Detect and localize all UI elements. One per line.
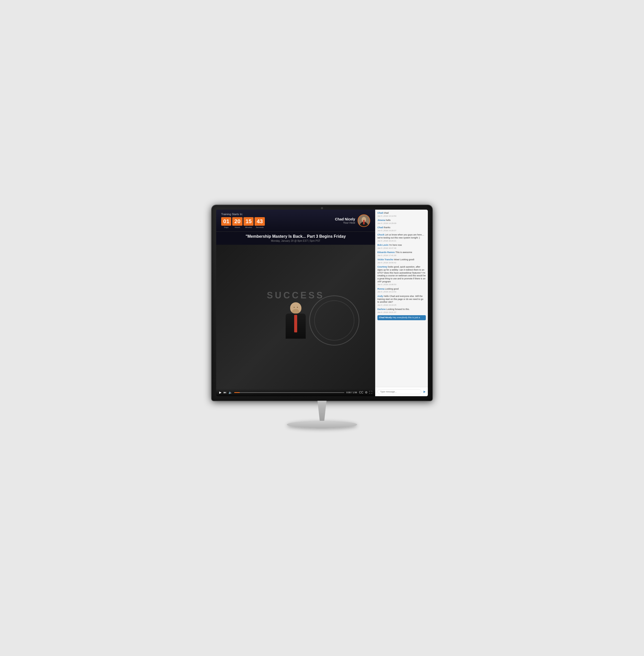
chat-message: Eduardo Ramos This is awesomeJan 9 ,2018… [377, 251, 426, 257]
chat-message: Chad Nicely Hey everybody this is just a [377, 315, 426, 320]
chat-timestamp: Jan 9 ,2018 19:06:53 [377, 283, 426, 286]
chat-username: Courtney [377, 265, 388, 268]
chat-message: Bob Levin I'm here nowJan 9 ,2018 16:47:… [377, 244, 426, 250]
chat-timestamp: Jan 9 ,2018 19:13:42 [377, 291, 426, 293]
chat-messages: Chad chadJan 9 ,2018 14:14:53Jimena hell… [375, 210, 428, 387]
training-starts-label: Training Starts In: [221, 213, 265, 216]
camera-dot [321, 207, 323, 209]
chat-timestamp: Jan 9 ,2018 17:41:30 [377, 254, 426, 257]
header-area: Training Starts In: 01 Days 20 Hours [216, 210, 375, 232]
chat-sidebar: Chad chadJan 9 ,2018 14:14:53Jimena hell… [375, 210, 428, 396]
host-name: Chad Nicely [335, 217, 355, 221]
chat-message: Jimena helloJan 9 ,2018 14:29:09 [377, 219, 426, 225]
seconds-label: Seconds [256, 226, 263, 229]
monitor-base [287, 421, 357, 428]
chat-timestamp: Jan 9 ,2018 19:19:25 [377, 304, 426, 306]
chat-username: Chad [377, 226, 384, 229]
chat-timestamp: Jan 9 ,2018 14:14:53 [377, 215, 426, 217]
chat-message: Andy Hello Chad and everyone else. Will … [377, 295, 426, 306]
chat-message-text: Hey everybody this is just a [392, 316, 420, 319]
chat-message-text: Looking forward to this. [387, 308, 410, 310]
volume-button[interactable]: 🔈 [228, 391, 232, 394]
chat-message-text: looks good, quick question, after signs … [377, 265, 426, 283]
cc-button[interactable]: CC [359, 391, 363, 394]
chat-message: Darlene Looking forward to this.Jan 9 ,2… [377, 308, 426, 314]
chat-message-text: chad [384, 212, 389, 214]
chat-timestamp: Jan 9 ,2018 14:29:27 [377, 230, 426, 232]
video-area[interactable]: SUCCESS [216, 245, 375, 396]
webinar-date: Monday, January 29 @ 8pm EST | 5pm PST [221, 239, 370, 242]
webinar-title: "Membership Mastery Is Back... Part 3 Be… [221, 234, 370, 239]
chat-username: Bob Levin [377, 244, 389, 246]
chat-timestamp: Jan 9 ,2018 19:21:37 [377, 311, 426, 314]
chat-message-text: Hello Chad and everyone else. Will the t… [377, 295, 423, 303]
svg-point-5 [294, 307, 295, 308]
clock-background [309, 296, 359, 346]
svg-rect-3 [363, 220, 365, 225]
title-section: "Membership Mastery Is Back... Part 3 Be… [216, 232, 375, 245]
host-area: Chad Nicely Your Host [335, 214, 370, 227]
play-button[interactable]: ▶ [219, 391, 222, 394]
chat-timestamp: Jan 9 ,2018 16:24:21 [377, 240, 426, 242]
chat-input[interactable] [377, 389, 421, 394]
time-display: 0:00 / 1:56 [346, 391, 357, 394]
chat-message-text: I'm here now [389, 244, 402, 246]
chat-message: Chuck Let us know when you guys are here… [377, 233, 426, 242]
chat-message: Vickie Trancho Wow! Looking good!Jan 9 ,… [377, 258, 426, 264]
chat-message-text: Wow! Looking good! [394, 258, 414, 261]
video-controls[interactable]: ▶ ⏭ 🔈 0:00 / 1:56 CC ⚙ ⛶ [216, 389, 375, 396]
chat-send-button[interactable]: ➤ [423, 390, 426, 394]
video-text-overlay: SUCCESS [267, 290, 324, 301]
chat-username: Jimena [377, 219, 386, 221]
monitor-neck [315, 401, 329, 421]
hours-number: 20 [232, 217, 242, 226]
seconds-number: 43 [255, 217, 264, 226]
person-head [290, 302, 301, 314]
countdown-seconds: 43 Seconds [255, 217, 264, 229]
countdown-hours: 20 Hours [232, 217, 242, 229]
video-thumbnail: SUCCESS [216, 245, 375, 396]
clock-inner [314, 300, 354, 341]
chat-username: Chad [377, 212, 384, 214]
chat-message: Courtney looks good, quick question, aft… [377, 265, 426, 286]
svg-point-6 [297, 307, 298, 308]
monitor-wrapper: Training Starts In: 01 Days 20 Hours [209, 205, 435, 451]
chat-message-text: Looking good [385, 288, 399, 290]
monitor-body: Training Starts In: 01 Days 20 Hours [212, 205, 432, 401]
settings-icon[interactable]: ⚙ [365, 391, 368, 394]
skip-button[interactable]: ⏭ [224, 391, 227, 394]
chat-username: Vickie Trancho [377, 258, 394, 261]
chat-username: Chuck [377, 233, 385, 236]
host-title: Your Host [335, 221, 355, 224]
countdown-days: 01 Days [221, 217, 231, 229]
chat-timestamp: Jan 9 ,2018 14:29:09 [377, 222, 426, 225]
fullscreen-icon[interactable]: ⛶ [369, 391, 372, 394]
person-tie [294, 315, 297, 332]
chat-message-text: This is awesome [395, 251, 412, 254]
host-text: Chad Nicely Your Host [335, 217, 355, 224]
person-figure [285, 302, 306, 339]
chat-message: Ronna Looking goodJan 9 ,2018 19:13:42 [377, 288, 426, 294]
countdown-row: 01 Days 20 Hours 15 Minutes [221, 217, 265, 229]
chat-username: Eduardo Ramos [377, 251, 395, 254]
chat-username: Chad Nicely [379, 316, 392, 319]
progress-bar[interactable] [234, 392, 344, 393]
chat-message: Chad chadJan 9 ,2018 14:14:53 [377, 212, 426, 217]
days-number: 01 [221, 217, 231, 226]
chat-input-area[interactable]: ➤ [375, 387, 428, 396]
progress-fill [234, 392, 240, 393]
hours-label: Hours [235, 226, 240, 229]
person-body [285, 314, 306, 339]
minutes-label: Minutes [245, 226, 252, 229]
chat-message: Chad thanksJan 9 ,2018 14:29:27 [377, 226, 426, 232]
svg-point-7 [292, 309, 299, 314]
days-label: Days [224, 226, 228, 229]
minutes-number: 15 [244, 217, 254, 226]
chat-message-text: hello [386, 219, 391, 221]
chat-timestamp: Jan 9 ,2018 16:47:48 [377, 247, 426, 250]
chat-username: Andy [377, 295, 384, 298]
countdown-minutes: 15 Minutes [244, 217, 254, 229]
header-left: Training Starts In: 01 Days 20 Hours [221, 213, 265, 229]
chat-username: Darlene [377, 308, 387, 310]
host-photo [358, 214, 370, 227]
